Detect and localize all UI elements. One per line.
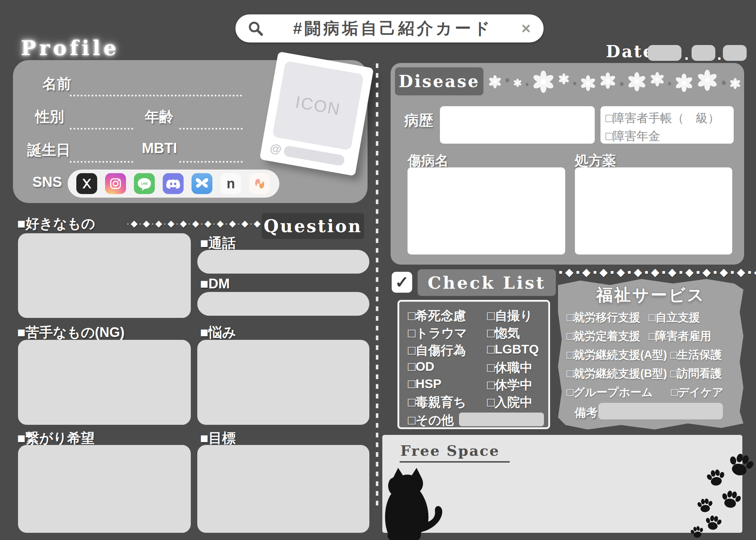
vertical-dotted-divider <box>376 63 378 510</box>
welfare-services-panel: 福祉サービス □就労移行支援 □自立支援 □就労定着支援 □障害者雇用 □就労継… <box>558 279 743 429</box>
dm-input[interactable] <box>197 292 369 316</box>
remarks-input[interactable] <box>598 403 723 419</box>
checkbox-continuous-support-a[interactable]: □就労継続支援(A型) <box>567 347 667 363</box>
handbook-box: □障害者手帳（ 級） □障害年金 <box>600 106 734 144</box>
age-input[interactable] <box>179 128 243 130</box>
flower-decoration <box>489 65 741 98</box>
checkbox-lgbtq[interactable]: □LGBTQ <box>487 342 539 356</box>
checkbox-hsp[interactable]: □HSP <box>408 377 441 391</box>
checkbox-on-leave-work[interactable]: □休職中 <box>487 359 532 376</box>
checkbox-day-care[interactable]: □デイケア <box>671 385 724 400</box>
avatar-icon-card[interactable]: ICON @ <box>260 51 374 176</box>
illness-name-input[interactable] <box>408 167 565 255</box>
checkbox-self-harm[interactable]: □自傷行為 <box>408 342 466 359</box>
checkmark-icon: ✓ <box>392 272 412 293</box>
handbook-checkbox[interactable]: □障害者手帳（ 級） <box>606 109 734 127</box>
checkbox-group-home[interactable]: □グループホーム <box>567 385 653 400</box>
mbti-label: MBTI <box>142 140 177 156</box>
sns-label: SNS <box>32 174 62 190</box>
checkbox-other[interactable]: □その他 <box>408 412 454 429</box>
dm-label: ■DM <box>200 276 230 292</box>
date-month-input[interactable] <box>692 45 715 61</box>
date-year-input[interactable] <box>648 45 681 61</box>
paw-print-icon <box>688 523 705 540</box>
checklist-box: □希死念慮 □トラウマ □自傷行為 □OD □HSP □毒親育ち □その他 □自… <box>397 300 550 429</box>
pension-checkbox[interactable]: □障害年金 <box>606 127 734 145</box>
paw-print-icon <box>696 496 715 515</box>
disease-section-title: Disease <box>395 67 483 95</box>
mbti-input[interactable] <box>179 161 243 163</box>
remarks-label: 備考 <box>575 405 598 421</box>
welfare-section-title: 福祉サービス <box>558 284 743 306</box>
sns-icon-row: LINE n <box>68 170 279 198</box>
checkbox-welfare-assistance[interactable]: □生活保護 <box>670 347 722 363</box>
checkbox-trauma[interactable]: □トラウマ <box>408 325 467 342</box>
birthday-label: 誕生日 <box>27 140 71 160</box>
mixi-icon[interactable] <box>249 173 270 194</box>
cat-silhouette-icon <box>365 465 444 540</box>
connection-input[interactable] <box>18 445 191 533</box>
checklist-section-title: Check List <box>418 269 556 296</box>
line-wordmark: LINE <box>141 182 148 185</box>
checkbox-hospitalized[interactable]: □入院中 <box>487 394 532 411</box>
prescription-input[interactable] <box>575 167 732 255</box>
checkbox-independence-support[interactable]: □自立支援 <box>649 310 700 325</box>
avatar-placeholder[interactable]: ICON <box>272 61 364 150</box>
profile-section-title: Profile <box>21 36 120 60</box>
date-dot-2: . <box>717 45 721 63</box>
gender-label: 性別 <box>35 107 64 127</box>
handle-input[interactable] <box>283 145 346 166</box>
birthday-input[interactable] <box>70 161 133 163</box>
instagram-icon[interactable] <box>105 173 126 194</box>
diamond-divider: ▪◆▪◆▪◆▪◆▪◆▪◆▪◆▪◆▪◆▪◆▪◆▪◆▪ <box>559 266 756 278</box>
x-twitter-icon[interactable] <box>76 173 97 194</box>
dislikes-input[interactable] <box>18 340 191 425</box>
note-icon[interactable]: n <box>220 173 241 194</box>
checkbox-continuous-support-b[interactable]: □就労継続支援(B型) <box>567 366 667 381</box>
discord-icon[interactable] <box>163 173 184 194</box>
likes-input[interactable] <box>18 233 191 318</box>
paw-print-icon <box>704 466 728 490</box>
question-section-title: Question <box>262 213 364 239</box>
line-icon[interactable]: LINE <box>134 173 155 194</box>
checkbox-other-input[interactable] <box>459 413 544 426</box>
checkbox-visiting-nurse[interactable]: □訪問看護 <box>670 366 722 381</box>
checkbox-toxic-parents[interactable]: □毒親育ち <box>408 394 466 411</box>
likes-label: ■好きなもの <box>17 215 95 233</box>
dislikes-label: ■苦手なもの(NG) <box>17 323 125 342</box>
gender-input[interactable] <box>70 128 133 130</box>
checkbox-lovey-dovey[interactable]: □惚気 <box>487 325 520 342</box>
bluesky-butterfly-icon[interactable] <box>192 173 212 194</box>
intro-card-page: #闘病垢自己紹介カード × Profile 名前 性別 年齢 誕生日 MBTI … <box>0 0 756 540</box>
checkbox-suicidal-ideation[interactable]: □希死念慮 <box>408 307 466 324</box>
search-icon <box>235 20 264 37</box>
call-input[interactable] <box>197 250 369 274</box>
checkbox-employment-retention[interactable]: □就労定着支援 <box>567 329 640 344</box>
age-label: 年齢 <box>145 107 174 127</box>
paw-print-icon <box>703 513 723 533</box>
checkbox-disability-employment[interactable]: □障害者雇用 <box>649 329 711 344</box>
checkbox-selfies[interactable]: □自撮り <box>487 307 533 324</box>
name-label: 名前 <box>42 74 71 94</box>
worries-input[interactable] <box>197 340 369 425</box>
checkbox-od[interactable]: □OD <box>408 359 435 374</box>
goal-input[interactable] <box>197 445 369 533</box>
medical-history-input[interactable] <box>440 106 595 144</box>
date-dot-1: . <box>684 45 689 63</box>
paw-print-icon <box>718 487 743 512</box>
handle-at-prefix: @ <box>269 141 282 156</box>
checkbox-employment-transition[interactable]: □就労移行支援 <box>567 310 640 325</box>
worries-label: ■悩み <box>200 323 236 342</box>
medical-history-label: 病歴 <box>404 111 433 130</box>
search-query: #闘病垢自己紹介カード <box>264 18 521 39</box>
name-input[interactable] <box>70 95 242 96</box>
free-space-title: Free Space <box>400 442 510 463</box>
checkbox-on-leave-school[interactable]: □休学中 <box>487 377 532 393</box>
hashtag-search-bar[interactable]: #闘病垢自己紹介カード × <box>235 14 544 42</box>
date-day-input[interactable] <box>723 45 747 61</box>
close-icon[interactable]: × <box>521 19 544 37</box>
disease-panel: Disease 病歴 □障害者手帳（ 級） □障害年金 傷病名 <box>391 63 744 265</box>
